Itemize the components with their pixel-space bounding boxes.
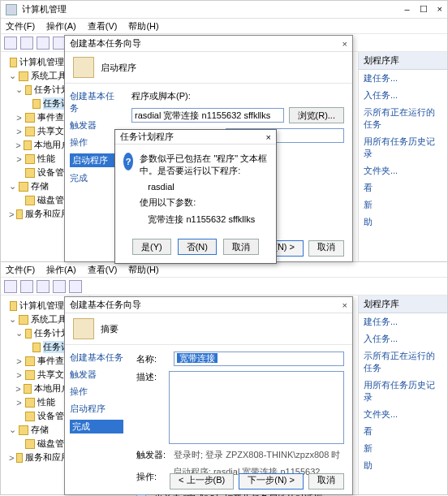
action-item[interactable]: 用所有任务历史记录 <box>359 133 447 162</box>
confirm-prog: rasdial <box>140 182 268 192</box>
twisty-icon[interactable]: > <box>15 356 23 366</box>
wizard-step[interactable]: 启动程序 <box>70 403 123 415</box>
menu-file[interactable]: 文件(F) <box>6 20 35 32</box>
folder-icon <box>25 398 35 408</box>
menu-file[interactable]: 文件(F) <box>6 264 35 276</box>
wizard-title: 创建基本任务向导 <box>70 37 342 50</box>
action-item[interactable]: 文件夹... <box>359 162 447 179</box>
folder-icon <box>19 71 28 81</box>
menu-action[interactable]: 操作(A) <box>46 20 76 32</box>
action-item[interactable]: 建任务... <box>359 313 447 330</box>
tool-back-icon[interactable] <box>4 37 17 50</box>
twisty-icon[interactable]: > <box>9 453 14 463</box>
tool-fwd-icon[interactable] <box>20 280 33 293</box>
menu-view[interactable]: 查看(V) <box>88 264 118 276</box>
confirm-no-button[interactable]: 否(N) <box>178 239 217 255</box>
action-item[interactable]: 新 <box>359 196 447 213</box>
actions-header: 划程序库 <box>359 295 447 313</box>
twisty-icon[interactable]: > <box>15 113 23 123</box>
wizard-close-icon[interactable]: × <box>342 300 347 310</box>
wizard-close-icon[interactable]: × <box>342 39 347 49</box>
label-program: 程序或脚本(P): <box>131 90 195 102</box>
wizard-step[interactable]: 创建基本任务 <box>70 352 123 364</box>
action-item[interactable]: 助 <box>359 213 447 231</box>
twisty-icon[interactable]: > <box>9 209 14 219</box>
twisty-icon[interactable]: ⌄ <box>9 71 16 81</box>
menu-help[interactable]: 帮助(H) <box>128 264 158 276</box>
confirm-args: 宽带连接 n1155632 sffkllks <box>140 213 268 226</box>
tool-refresh-icon[interactable] <box>53 280 66 293</box>
menu-view[interactable]: 查看(V) <box>88 20 118 32</box>
tool-back-icon[interactable] <box>4 280 17 293</box>
tree-item-label: 性能 <box>37 396 55 408</box>
action-item[interactable]: 文件夹... <box>359 406 447 423</box>
mmc-titlebar: 计算机管理 – ☐ × <box>1 1 447 19</box>
confirm-yes-button[interactable]: 是(Y) <box>132 239 171 255</box>
confirm-titlebar[interactable]: 任务计划程序 × <box>115 130 276 144</box>
wizard-step[interactable]: 完成 <box>70 172 118 184</box>
twisty-icon[interactable]: > <box>15 398 23 408</box>
confirm-line2: 使用以下参数: <box>140 196 268 209</box>
wizard-titlebar[interactable]: 创建基本任务向导 × <box>65 36 352 52</box>
wizard-step[interactable]: 操作 <box>70 386 123 398</box>
twisty-icon[interactable]: ⌄ <box>15 84 23 95</box>
wizard-step[interactable]: 触发器 <box>70 369 123 381</box>
twisty-icon[interactable]: > <box>15 370 23 380</box>
twisty-icon[interactable]: > <box>15 384 21 394</box>
twisty-icon[interactable]: ⌄ <box>9 314 16 325</box>
twisty-icon[interactable]: > <box>15 140 21 150</box>
menu-help[interactable]: 帮助(H) <box>128 20 158 32</box>
folder-icon <box>32 343 41 352</box>
wizard-step[interactable]: 创建基本任务 <box>70 90 118 114</box>
menubar: 文件(F) 操作(A) 查看(V) 帮助(H) <box>1 19 447 34</box>
label-trigger: 触发器: <box>136 449 169 461</box>
action-item[interactable]: 示所有正在运行的任务 <box>359 104 447 133</box>
label-action: 操作: <box>136 471 168 483</box>
tool-help-icon[interactable] <box>69 280 82 293</box>
action-item[interactable]: 看 <box>359 423 447 440</box>
action-item[interactable]: 用所有任务历史记录 <box>359 377 447 406</box>
wizard-cancel-button[interactable]: 取消 <box>308 240 344 257</box>
min-button[interactable]: – <box>404 4 409 15</box>
wizard-cancel-button[interactable]: 取消 <box>308 473 344 490</box>
tree-item-label: 系统工具 <box>31 313 67 326</box>
close-button[interactable]: × <box>437 4 442 15</box>
action-item[interactable]: 助 <box>359 457 447 474</box>
action-item[interactable]: 看 <box>359 179 447 196</box>
wizard-back-button[interactable]: < 上一步(B) <box>170 473 234 490</box>
tool-up-icon[interactable] <box>37 280 50 293</box>
name-input[interactable]: 宽带连接 <box>174 352 344 366</box>
action-item[interactable]: 示所有正在运行的任务 <box>359 347 447 377</box>
twisty-icon[interactable]: ⌄ <box>15 328 23 339</box>
folder-icon <box>25 154 35 164</box>
wizard-titlebar[interactable]: 创建基本任务向导 × <box>65 297 352 313</box>
wizard-step[interactable]: 启动程序 <box>70 153 118 167</box>
program-input[interactable] <box>131 108 284 123</box>
wizard-step[interactable]: 触发器 <box>70 119 118 132</box>
action-item[interactable]: 入任务... <box>359 330 447 347</box>
confirm-close-icon[interactable]: × <box>266 132 271 142</box>
tool-fwd-icon[interactable] <box>20 37 33 50</box>
confirm-title: 任务计划程序 <box>120 131 266 143</box>
action-item[interactable]: 新 <box>359 440 447 457</box>
twisty-icon[interactable]: ⌄ <box>9 425 16 435</box>
action-item[interactable]: 入任务... <box>359 87 447 104</box>
folder-icon <box>25 113 35 123</box>
twisty-icon[interactable]: > <box>15 127 23 136</box>
wizard-step[interactable]: 完成 <box>70 420 123 433</box>
tree-item-label: 存储 <box>31 424 49 436</box>
twisty-icon[interactable]: ⌄ <box>9 181 16 192</box>
tree-item-label: 存储 <box>31 180 49 192</box>
wizard-next-button[interactable]: 下一步(N) > <box>239 473 304 490</box>
tool-up-icon[interactable] <box>37 37 50 50</box>
desc-textarea[interactable] <box>169 371 344 444</box>
max-button[interactable]: ☐ <box>420 4 428 15</box>
folder-icon <box>16 453 23 463</box>
browse-button[interactable]: 浏览(R)... <box>289 107 344 123</box>
label-desc: 描述: <box>136 371 164 383</box>
wizard-step[interactable]: 操作 <box>70 136 118 149</box>
action-item[interactable]: 建任务... <box>359 70 447 87</box>
menu-action[interactable]: 操作(A) <box>46 264 76 276</box>
confirm-cancel-button[interactable]: 取消 <box>223 239 259 255</box>
twisty-icon[interactable]: > <box>15 154 23 164</box>
